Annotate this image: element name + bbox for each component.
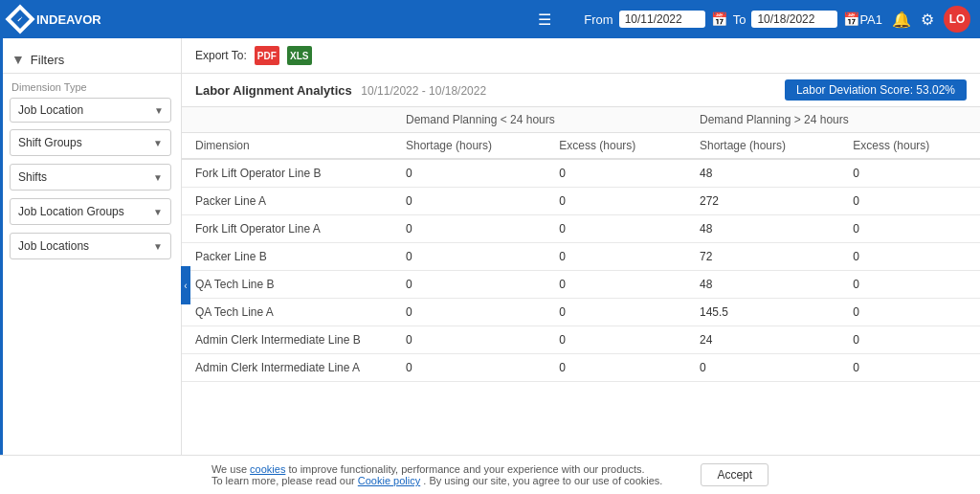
shifts-arrow-icon: ▼ — [153, 172, 163, 183]
settings-icon[interactable]: ⚙ — [921, 11, 934, 29]
cell-s2-7: 0 — [686, 354, 839, 382]
cookie-text-2: to improve functionality, performance an… — [288, 463, 644, 475]
table-wrapper: Demand Planning < 24 hours Demand Planni… — [182, 107, 980, 494]
job-location-groups-label: Job Location Groups — [18, 205, 124, 218]
cell-s2-5: 145.5 — [686, 299, 839, 326]
cell-s1-6: 0 — [392, 326, 546, 354]
table-row: Packer Line A 0 0 272 0 — [182, 188, 980, 215]
cell-e2-1: 0 — [839, 188, 980, 215]
avatar[interactable]: LO — [944, 6, 970, 33]
logo-inner: i — [11, 10, 30, 29]
col-dimension: Dimension — [182, 133, 392, 160]
analytics-date-range: 10/11/2022 - 10/18/2022 — [361, 84, 486, 98]
shift-groups-filter[interactable]: Shift Groups ▼ — [10, 129, 171, 156]
cell-dimension-5: QA Tech Line A — [182, 299, 392, 326]
cell-s1-2: 0 — [392, 215, 546, 243]
cell-e2-3: 0 — [839, 243, 980, 271]
cell-e1-5: 0 — [546, 299, 686, 326]
shifts-header[interactable]: Shifts ▼ — [10, 164, 171, 191]
sidebar: ‹ ▼ Filters Dimension Type Job Location … — [0, 38, 182, 494]
cell-e1-0: 0 — [546, 159, 686, 188]
cell-s2-1: 272 — [686, 188, 839, 215]
col-shortage-gt24: Shortage (hours) — [686, 133, 839, 160]
cell-e2-5: 0 — [839, 299, 980, 326]
to-label: To — [733, 12, 746, 27]
calendar-icon-to[interactable]: 📅 — [843, 11, 859, 27]
cell-dimension-6: Admin Clerk Intermediate Line B — [182, 326, 392, 354]
job-locations-filter[interactable]: Job Locations ▼ — [10, 233, 171, 259]
shifts-filter[interactable]: Shifts ▼ — [10, 164, 171, 191]
cell-s1-1: 0 — [392, 188, 546, 215]
to-date-input[interactable] — [751, 11, 837, 28]
table-row: Fork Lift Operator Line A 0 0 48 0 — [182, 215, 980, 243]
job-locations-arrow-icon: ▼ — [153, 241, 163, 252]
cookie-text-3: To learn more, please read our — [212, 475, 358, 486]
logo-icon: i — [5, 4, 34, 34]
cell-dimension-2: Fork Lift Operator Line A — [182, 215, 392, 243]
cell-e2-0: 0 — [839, 159, 980, 188]
cell-e1-3: 0 — [546, 243, 686, 271]
content-area: Export To: PDF XLS Labor Alignment Analy… — [182, 38, 980, 494]
cookie-accept-button[interactable]: Accept — [701, 463, 768, 486]
analytics-table: Demand Planning < 24 hours Demand Planni… — [182, 107, 980, 382]
export-excel-button[interactable]: XLS — [287, 46, 312, 65]
cookie-text-1: We use — [212, 463, 250, 475]
cell-dimension-3: Packer Line B — [182, 243, 392, 271]
main-layout: ‹ ▼ Filters Dimension Type Job Location … — [0, 38, 980, 494]
cell-s1-4: 0 — [392, 271, 546, 299]
job-location-groups-filter[interactable]: Job Location Groups ▼ — [10, 198, 171, 225]
job-locations-label: Job Locations — [18, 239, 89, 253]
col-header-row: Dimension Shortage (hours) Excess (hours… — [182, 133, 980, 160]
dimension-type-dropdown[interactable]: Job Location Shift Groups Shifts Job Loc… — [10, 98, 171, 123]
pdf-icon: PDF — [257, 51, 277, 61]
shift-groups-label: Shift Groups — [18, 136, 82, 149]
cell-e1-6: 0 — [546, 326, 686, 354]
table-row: QA Tech Line B 0 0 48 0 — [182, 271, 980, 299]
cell-dimension-7: Admin Clerk Intermediate Line A — [182, 354, 392, 382]
cookie-policy-link[interactable]: Cookie policy — [358, 475, 420, 486]
from-date-input[interactable] — [619, 11, 705, 28]
shift-groups-header[interactable]: Shift Groups ▼ — [10, 129, 171, 156]
demand-gt-24-header: Demand Planning > 24 hours — [686, 107, 980, 133]
dimension-type-select[interactable]: Job Location Shift Groups Shifts Job Loc… — [10, 98, 171, 123]
filters-label: Filters — [31, 53, 64, 67]
export-label: Export To: — [195, 49, 247, 62]
cell-s2-4: 48 — [686, 271, 839, 299]
cell-e2-7: 0 — [839, 354, 980, 382]
col-shortage-lt24: Shortage (hours) — [392, 133, 546, 160]
analytics-title: Labor Alignment Analytics — [195, 83, 352, 98]
job-location-groups-arrow-icon: ▼ — [153, 207, 163, 217]
table-body: Fork Lift Operator Line B 0 0 48 0 Packe… — [182, 159, 980, 382]
cookie-banner: We use cookies to improve functionality,… — [0, 455, 980, 494]
top-navigation: i INDEAVOR ☰ From 📅 To 📅 PA1 🔔 ⚙ LO — [0, 0, 980, 38]
cell-e1-1: 0 — [546, 188, 686, 215]
date-range-area: From 📅 To 📅 — [584, 11, 859, 28]
demand-lt-24-label: Demand Planning < 24 hours — [406, 113, 555, 126]
nav-right: PA1 🔔 ⚙ LO — [859, 6, 970, 33]
sidebar-collapse-btn[interactable]: ‹ — [181, 266, 190, 304]
export-pdf-button[interactable]: PDF — [255, 46, 279, 65]
from-label: From — [584, 12, 612, 27]
cookies-link[interactable]: cookies — [250, 463, 285, 475]
cell-e1-4: 0 — [546, 271, 686, 299]
col-excess-lt24: Excess (hours) — [546, 133, 686, 160]
table-row: Fork Lift Operator Line B 0 0 48 0 — [182, 159, 980, 188]
demand-gt-24-label: Demand Planning > 24 hours — [700, 113, 849, 126]
cell-dimension-0: Fork Lift Operator Line B — [182, 159, 392, 188]
deviation-score-button[interactable]: Labor Deviation Score: 53.02% — [785, 79, 967, 101]
cell-e2-4: 0 — [839, 271, 980, 299]
filter-header: ▼ Filters — [0, 46, 181, 74]
user-id: PA1 — [859, 12, 882, 27]
cell-s1-0: 0 — [392, 159, 546, 188]
calendar-icon-from[interactable]: 📅 — [711, 11, 727, 27]
cell-s1-7: 0 — [392, 354, 546, 382]
job-location-groups-header[interactable]: Job Location Groups ▼ — [10, 198, 171, 225]
table-row: Admin Clerk Intermediate Line B 0 0 24 0 — [182, 326, 980, 354]
job-locations-header[interactable]: Job Locations ▼ — [10, 233, 171, 259]
cell-s2-2: 48 — [686, 215, 839, 243]
cell-e2-2: 0 — [839, 215, 980, 243]
menu-icon[interactable]: ☰ — [538, 11, 551, 29]
notifications-icon[interactable]: 🔔 — [892, 11, 911, 29]
table-row: Admin Clerk Intermediate Line A 0 0 0 0 — [182, 354, 980, 382]
cell-dimension-1: Packer Line A — [182, 188, 392, 215]
